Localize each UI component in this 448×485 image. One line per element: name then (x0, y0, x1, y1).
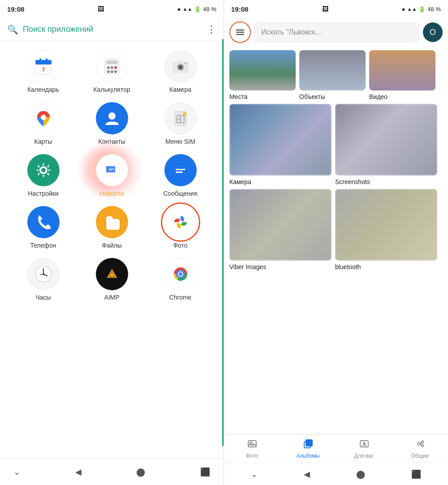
left-status-icon-photo: 🖼 (98, 5, 104, 13)
svg-line-70 (420, 444, 422, 445)
app-calendar[interactable]: 7 Календарь (19, 50, 68, 93)
apps-row-0: 7 Календарь (0, 46, 224, 98)
albums-tab-label: Альбомы (297, 453, 320, 459)
tab-foryou[interactable]: Для вас (336, 438, 392, 459)
bottom-tabs: Фото Альбомы Для вас (224, 434, 448, 463)
sharing-tab-icon (415, 438, 426, 452)
svg-point-11 (111, 70, 113, 73)
battery-icon: 🔋 (194, 6, 201, 13)
phone-label: Телефон (30, 242, 56, 249)
right-search-header: Искать "Львовск... O (224, 18, 448, 47)
bluetooth-album-thumb (335, 189, 437, 261)
right-panel: 19:08 🖼 ● ▲▲ 🔋 48 % Искать "Львовск... O (224, 0, 448, 485)
more-options-icon[interactable]: ⋮ (207, 24, 216, 35)
app-settings[interactable]: Настройки (19, 154, 68, 197)
apps-row-4: Часы AIMP (0, 253, 224, 305)
right-recents-icon[interactable]: ⬛ (411, 469, 421, 479)
app-news[interactable]: G≡ Новости (87, 154, 137, 197)
viber-album-thumb (229, 189, 332, 261)
app-messages[interactable]: Сообщения (156, 154, 205, 197)
category-places[interactable]: Места (229, 50, 296, 100)
app-phone[interactable]: Телефон (19, 206, 68, 249)
messages-icon (164, 154, 197, 186)
wifi-icon: ▲▲ (183, 6, 193, 12)
svg-rect-35 (116, 168, 118, 170)
apps-row-3: Телефон Файлы (0, 202, 224, 253)
right-back-icon[interactable]: ◀ (304, 469, 310, 479)
home-icon[interactable]: ⬤ (136, 467, 145, 477)
right-home-icon[interactable]: ⬤ (356, 469, 365, 479)
svg-point-9 (114, 66, 117, 69)
tab-albums[interactable]: Альбомы (280, 438, 336, 459)
app-calculator[interactable]: Калькулятор (87, 50, 137, 93)
svg-rect-39 (176, 169, 185, 170)
albums-grid: Камера Screenshots Viber Images bluetoot… (224, 104, 448, 270)
app-chrome[interactable]: Chrome (156, 258, 205, 301)
app-clock[interactable]: Часы (19, 258, 68, 301)
right-signal-icon: ● (402, 6, 405, 13)
aimp-label: AIMP (104, 294, 119, 301)
right-battery-percent: 48 % (427, 6, 441, 13)
screenshots-album-label: Screenshots (335, 178, 437, 185)
photos-label: Фото (173, 242, 187, 249)
app-camera[interactable]: Камера (156, 50, 205, 93)
album-screenshots[interactable]: Screenshots (335, 104, 437, 185)
clock-label: Часы (35, 294, 51, 301)
bluetooth-album-label: bluetooth (335, 263, 437, 270)
apps-row-1: Карты Контакты (0, 98, 224, 150)
app-aimp[interactable]: AIMP (87, 258, 137, 301)
app-maps[interactable]: Карты (19, 102, 68, 145)
album-camera[interactable]: Камера (229, 104, 332, 185)
hamburger-button[interactable] (229, 21, 251, 43)
right-status-icon-photo: 🖼 (322, 5, 328, 13)
albums-tab-icon (303, 438, 314, 452)
calendar-label: Календарь (27, 86, 59, 93)
photos-icon (164, 206, 197, 238)
search-input-text: Искать "Львовск... (261, 28, 321, 36)
album-viber[interactable]: Viber Images (229, 189, 332, 270)
video-label: Видео (369, 93, 388, 100)
expand-icon[interactable]: ⌄ (13, 467, 20, 477)
camera-label: Камера (169, 86, 191, 93)
svg-point-48 (43, 273, 44, 275)
tab-photos[interactable]: Фото (224, 438, 280, 459)
app-sim[interactable]: ⚙ Меню SIM (156, 102, 205, 145)
tab-sharing[interactable]: Общие (392, 438, 448, 459)
right-expand-icon[interactable]: ⌄ (251, 469, 258, 479)
video-thumb (369, 50, 435, 90)
contacts-icon (96, 102, 128, 134)
left-search-bar[interactable]: 🔍 Поиск приложений ⋮ (0, 18, 224, 41)
recents-icon[interactable]: ⬛ (200, 467, 210, 477)
svg-point-55 (179, 272, 182, 276)
category-objects[interactable]: Объекты (299, 50, 366, 100)
svg-rect-36 (106, 173, 118, 174)
svg-rect-23 (177, 116, 180, 119)
svg-line-69 (420, 442, 422, 443)
svg-point-20 (108, 112, 116, 120)
calendar-icon: 7 (27, 50, 60, 82)
svg-point-17 (185, 63, 186, 64)
left-status-icons: ● ▲▲ 🔋 48 % (177, 6, 216, 13)
category-video[interactable]: Видео (369, 50, 435, 100)
camera-album-thumb (229, 104, 332, 176)
album-bluetooth[interactable]: bluetooth (335, 189, 437, 270)
user-avatar[interactable]: O (423, 22, 443, 42)
battery-percent: 48 % (203, 6, 216, 13)
svg-rect-1 (35, 60, 52, 64)
back-icon[interactable]: ◀ (75, 467, 82, 477)
svg-rect-24 (177, 120, 180, 122)
sim-label: Меню SIM (165, 138, 195, 145)
app-contacts[interactable]: Контакты (87, 102, 137, 145)
places-label: Места (229, 93, 248, 100)
svg-rect-34 (116, 166, 118, 167)
places-thumb (229, 50, 296, 90)
apps-row-2: Настройки G≡ Новости (0, 150, 224, 202)
viber-album-label: Viber Images (229, 263, 332, 270)
news-label: Новости (99, 190, 124, 197)
app-photos[interactable]: Фото (156, 206, 205, 249)
right-search-input[interactable]: Искать "Львовск... (254, 22, 419, 42)
app-files[interactable]: Файлы (87, 206, 137, 249)
search-placeholder-text: Поиск приложений (23, 25, 202, 34)
apps-grid: 7 Календарь (0, 41, 224, 458)
files-icon (96, 206, 128, 238)
